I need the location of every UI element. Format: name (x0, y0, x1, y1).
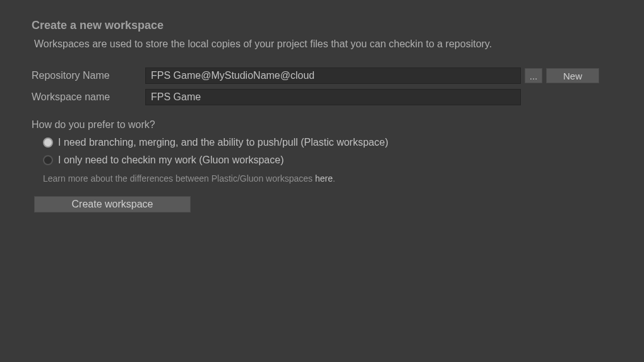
learn-more-text: Learn more about the differences between… (43, 173, 612, 184)
workspace-input[interactable] (145, 89, 521, 105)
radio-option-plastic[interactable]: I need branching, merging, and the abili… (43, 137, 612, 148)
repository-input[interactable] (145, 67, 521, 84)
work-mode-question: How do you prefer to work? (32, 119, 612, 131)
radio-selected-icon (43, 137, 53, 148)
workspace-row: Workspace name (32, 89, 612, 105)
new-button[interactable]: New (546, 68, 599, 83)
radio-option-gluon[interactable]: I only need to checkin my work (Gluon wo… (43, 155, 612, 166)
learn-more-suffix: . (333, 173, 335, 184)
repository-label: Repository Name (32, 70, 145, 81)
page-title: Create a new workspace (32, 19, 612, 32)
learn-more-link[interactable]: here (315, 173, 333, 184)
radio-gluon-label: I only need to checkin my work (Gluon wo… (58, 155, 283, 166)
radio-plastic-label: I need branching, merging, and the abili… (58, 137, 388, 148)
workspace-label: Workspace name (32, 91, 145, 103)
browse-button[interactable]: ... (525, 68, 542, 83)
create-workspace-button[interactable]: Create workspace (34, 196, 191, 213)
repository-row: Repository Name ... New (32, 67, 612, 84)
page-description: Workspaces are used to store the local c… (34, 38, 612, 50)
radio-unselected-icon (43, 155, 53, 165)
learn-more-prefix: Learn more about the differences between… (43, 173, 315, 184)
